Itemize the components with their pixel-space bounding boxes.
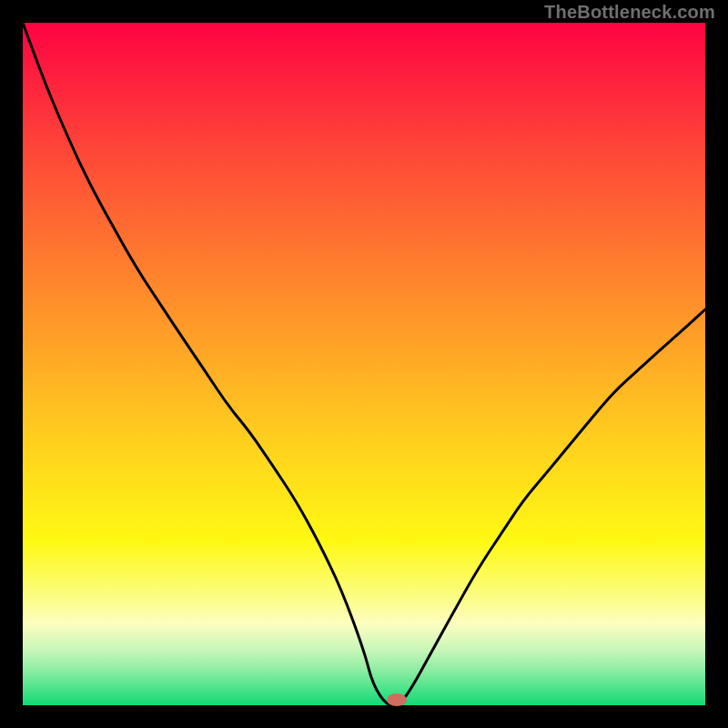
gradient-background xyxy=(23,23,705,705)
bottleneck-chart xyxy=(0,0,728,728)
attribution-text: TheBottleneck.com xyxy=(544,2,715,23)
chart-frame: TheBottleneck.com xyxy=(0,0,728,728)
optimal-marker xyxy=(387,693,407,706)
